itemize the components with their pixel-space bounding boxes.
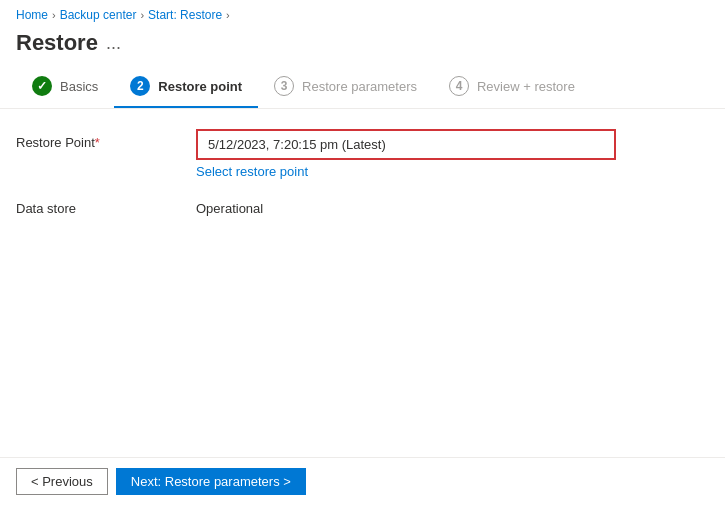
restore-point-label: Restore Point*: [16, 129, 196, 150]
tab-restore-parameters-label: Restore parameters: [302, 79, 417, 94]
next-button[interactable]: Next: Restore parameters >: [116, 468, 306, 495]
data-store-value: Operational: [196, 195, 263, 216]
restore-point-field: 5/12/2023, 7:20:15 pm (Latest) Select re…: [196, 129, 616, 179]
required-indicator: *: [95, 135, 100, 150]
data-store-label: Data store: [16, 195, 196, 216]
breadcrumb-sep-2: ›: [140, 9, 144, 21]
breadcrumb-sep-1: ›: [52, 9, 56, 21]
page-title: Restore: [16, 30, 98, 56]
tab-restore-point-badge: 2: [130, 76, 150, 96]
page-title-menu-button[interactable]: ...: [106, 33, 121, 54]
previous-button[interactable]: < Previous: [16, 468, 108, 495]
footer: < Previous Next: Restore parameters >: [0, 457, 725, 505]
tab-review-restore-label: Review + restore: [477, 79, 575, 94]
page-title-row: Restore ...: [0, 26, 725, 68]
data-store-row: Data store Operational: [16, 195, 709, 216]
tab-review-restore: 4 Review + restore: [433, 68, 591, 108]
breadcrumb-sep-3: ›: [226, 9, 230, 21]
tab-restore-parameters: 3 Restore parameters: [258, 68, 433, 108]
breadcrumb-start-restore[interactable]: Start: Restore: [148, 8, 222, 22]
breadcrumb-backup-center[interactable]: Backup center: [60, 8, 137, 22]
tab-basics-label: Basics: [60, 79, 98, 94]
tab-restore-point-label: Restore point: [158, 79, 242, 94]
tab-basics-badge: [32, 76, 52, 96]
tab-restore-point[interactable]: 2 Restore point: [114, 68, 258, 108]
content-area: Restore Point* 5/12/2023, 7:20:15 pm (La…: [0, 109, 725, 457]
restore-point-value: 5/12/2023, 7:20:15 pm (Latest): [196, 129, 616, 160]
breadcrumb-home[interactable]: Home: [16, 8, 48, 22]
tab-review-restore-badge: 4: [449, 76, 469, 96]
tabs-row: Basics 2 Restore point 3 Restore paramet…: [0, 68, 725, 109]
restore-point-row: Restore Point* 5/12/2023, 7:20:15 pm (La…: [16, 129, 709, 179]
breadcrumb: Home › Backup center › Start: Restore ›: [0, 0, 725, 26]
tab-basics[interactable]: Basics: [16, 68, 114, 108]
tab-restore-parameters-badge: 3: [274, 76, 294, 96]
select-restore-point-link[interactable]: Select restore point: [196, 164, 308, 179]
